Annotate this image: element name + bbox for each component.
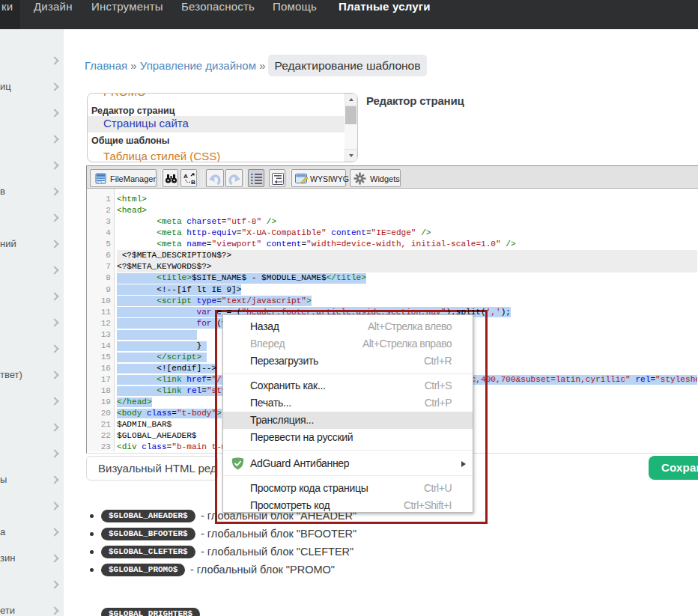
- svg-text:A: A: [183, 173, 188, 180]
- svg-text:B: B: [191, 179, 195, 185]
